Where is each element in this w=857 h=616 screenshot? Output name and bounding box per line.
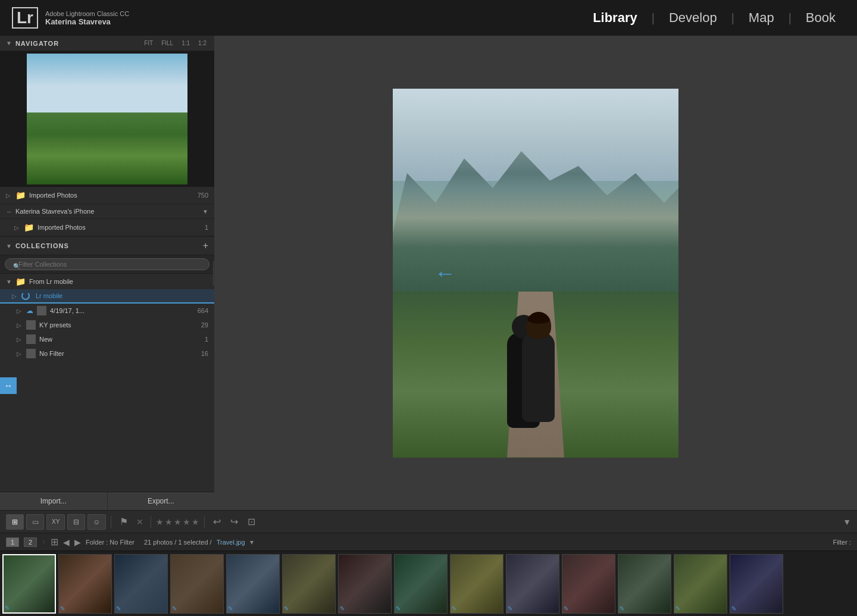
flag-button[interactable]: ⚑ xyxy=(116,515,132,529)
film-thumb-2[interactable]: ✎ xyxy=(58,554,112,614)
collection-sync-item[interactable]: ▷ Lr mobile xyxy=(0,289,214,304)
folder-count-1: 1 xyxy=(205,224,208,231)
nav-forward-button[interactable]: ↪ xyxy=(227,515,242,529)
folder-label-imported-sub: Imported Photos xyxy=(37,224,201,231)
ci-ky-icon xyxy=(26,320,36,330)
collections-add-button[interactable]: + xyxy=(203,240,208,251)
film-edit-icon-6: ✎ xyxy=(284,605,289,612)
film-edit-icon-10: ✎ xyxy=(508,605,512,612)
folder-dropdown-icon: ▼ xyxy=(202,208,208,215)
nav-book[interactable]: Book xyxy=(796,10,845,26)
view-grid-button[interactable]: ⊞ xyxy=(6,514,24,530)
film-thumb-5[interactable]: ✎ xyxy=(226,554,280,614)
group-expand-arrow: ▼ xyxy=(6,279,12,285)
film-thumb-6[interactable]: ✎ xyxy=(282,554,336,614)
star-rating: ★ ★ ★ ★ ★ xyxy=(156,517,199,527)
toolbar-separator-3 xyxy=(204,516,205,528)
ci-count-nofilter: 16 xyxy=(201,350,208,357)
folder-sync-icon: ↔ xyxy=(6,208,12,215)
ci-arrow-sync: ▷ xyxy=(12,293,18,299)
nav-1-2[interactable]: 1:2 xyxy=(196,39,208,47)
film-thumb-12[interactable]: ✎ xyxy=(618,554,671,614)
star-4[interactable]: ★ xyxy=(183,517,190,527)
ci-arrow-ky: ▷ xyxy=(17,322,23,329)
nav-develop[interactable]: Develop xyxy=(659,10,727,26)
ci-label-date: 4/19/17, 1... xyxy=(50,307,194,314)
prev-page-button[interactable]: ◀ xyxy=(63,537,70,547)
nav-fit[interactable]: FIT xyxy=(142,39,155,47)
film-thumb-14[interactable]: ✎ xyxy=(730,554,783,614)
star-1[interactable]: ★ xyxy=(156,517,164,527)
film-thumb-13[interactable]: ✎ xyxy=(674,554,727,614)
app-branding: Lr Adobe Lightroom Classic CC Katerina S… xyxy=(12,7,129,29)
folder-text: Folder : No Filter xyxy=(86,539,135,546)
person-2-body xyxy=(522,333,555,422)
filter-wrap: 🔍 xyxy=(5,258,209,270)
filter-bar: 🔍 xyxy=(0,255,214,274)
star-3[interactable]: ★ xyxy=(174,517,182,527)
collection-group-header[interactable]: ▼ 📁 From Lr mobile xyxy=(0,274,214,289)
nav-library[interactable]: Library xyxy=(583,10,647,26)
panel-collapse-button[interactable]: ◀ xyxy=(213,261,214,285)
folder-imported-photos-sub[interactable]: ▷ 📁 Imported Photos 1 xyxy=(0,219,214,236)
nav-1-1[interactable]: 1:1 xyxy=(180,39,192,47)
toolbar-separator-1 xyxy=(111,516,111,528)
ci-label-ky: KY presets xyxy=(39,321,198,329)
film-thumb-1[interactable]: ✎ xyxy=(2,554,56,614)
lr-logo: Lr xyxy=(12,7,38,29)
toolbar-dropdown-arrow[interactable]: ▼ xyxy=(843,517,851,527)
crop-button[interactable]: ⊡ xyxy=(244,515,259,529)
filter-collections-input[interactable] xyxy=(5,258,209,270)
filename-dropdown[interactable]: ▾ xyxy=(250,538,254,546)
ci-label-nofilter: No Filter xyxy=(39,350,198,357)
view-compare-button[interactable]: XY xyxy=(46,514,65,530)
view-survey-button[interactable]: ⊟ xyxy=(67,514,85,530)
grid-view-status-button[interactable]: ⊞ xyxy=(51,536,58,548)
filmstrip: ✎ ✎ ✎ ✎ ✎ ✎ ✎ ✎ ✎ ✎ ✎ ✎ ✎ ✎ xyxy=(0,551,857,616)
film-thumb-11[interactable]: ✎ xyxy=(562,554,615,614)
next-page-button[interactable]: ▶ xyxy=(74,537,81,547)
view-people-button[interactable]: ☺ xyxy=(87,514,105,530)
page-1-button[interactable]: 1 xyxy=(6,537,19,547)
folder-imported-photos-main[interactable]: ▷ 📁 Imported Photos 750 xyxy=(0,187,214,204)
collection-item-no-filter[interactable]: ▷ No Filter 16 xyxy=(0,346,214,361)
folder-count-750: 750 xyxy=(198,192,208,199)
export-button[interactable]: Export... xyxy=(108,492,215,510)
nav-map[interactable]: Map xyxy=(739,10,784,26)
film-edit-icon-2: ✎ xyxy=(60,605,65,612)
photos-text: 21 photos / 1 selected / xyxy=(144,539,212,546)
status-bar: 1 2 ⁞ ⊞ ◀ ▶ Folder : No Filter 21 photos… xyxy=(0,533,857,551)
film-edit-icon-3: ✎ xyxy=(116,605,121,612)
sync-label: Lr mobile xyxy=(36,292,208,299)
star-5[interactable]: ★ xyxy=(192,517,199,527)
collections-header[interactable]: ▼ Collections + xyxy=(0,236,214,255)
film-thumb-4[interactable]: ✎ xyxy=(170,554,224,614)
film-thumb-3[interactable]: ✎ xyxy=(114,554,168,614)
film-thumb-7[interactable]: ✎ xyxy=(338,554,392,614)
blue-arrow: ← xyxy=(434,261,456,286)
page-2-button[interactable]: 2 xyxy=(24,537,37,547)
folder-label-imported: Imported Photos xyxy=(29,192,194,199)
film-thumb-9[interactable]: ✎ xyxy=(450,554,503,614)
group-folder-icon: 📁 xyxy=(15,277,26,286)
folder-iphone[interactable]: ↔ Katerina Stavreva's iPhone ▼ xyxy=(0,204,214,219)
view-loupe-button[interactable]: ▭ xyxy=(26,514,44,530)
filename-link[interactable]: Travel.jpg xyxy=(217,539,245,546)
nav-back-button[interactable]: ↩ xyxy=(209,515,224,529)
nav-fill[interactable]: FILL xyxy=(159,39,175,47)
collection-item-new[interactable]: ▷ New 1 xyxy=(0,332,214,346)
star-2[interactable]: ★ xyxy=(165,517,173,527)
film-thumb-10[interactable]: ✎ xyxy=(506,554,559,614)
film-edit-icon-9: ✎ xyxy=(452,605,456,612)
navigator-header[interactable]: ▼ Navigator FIT FILL 1:1 1:2 xyxy=(0,36,214,51)
sync-loading-icon xyxy=(21,292,30,300)
reject-flag-button[interactable]: ✕ xyxy=(134,516,146,528)
collection-item-date[interactable]: ▷ ☁ 4/19/17, 1... 664 xyxy=(0,304,214,318)
app-title-main: Adobe Lightroom Classic CC xyxy=(45,10,129,17)
ci-count-date: 664 xyxy=(198,307,208,314)
film-thumb-8[interactable]: ✎ xyxy=(394,554,448,614)
collection-item-ky-presets[interactable]: ▷ KY presets 29 xyxy=(0,318,214,332)
blue-sync-box[interactable]: ↔ xyxy=(0,377,17,394)
import-button[interactable]: Import... xyxy=(0,492,108,510)
toolbar-separator-2 xyxy=(151,516,151,528)
